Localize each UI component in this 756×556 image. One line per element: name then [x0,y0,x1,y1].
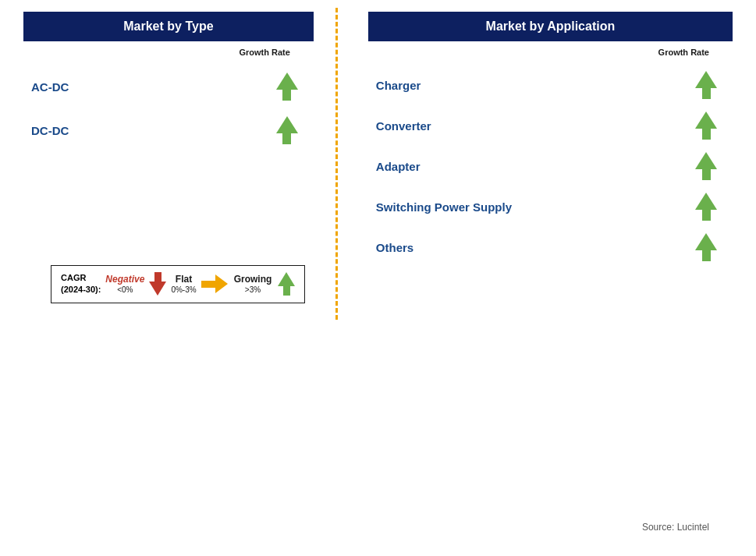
orange-right-arrow-icon [201,274,228,293]
arrow-head-icon [695,233,717,250]
legend-growing-group: Growing >3% [232,274,274,294]
converter-label: Converter [376,119,431,133]
table-row: Converter [368,105,733,146]
flat-label: Flat [176,274,192,285]
legend-flat-group: Flat 0%-3% [171,274,196,294]
table-row: Charger [368,65,733,105]
charger-growth-arrow [695,71,717,99]
growing-range: >3% [245,285,261,294]
dc-dc-label: DC-DC [31,124,69,137]
arrow-head-icon [695,193,717,210]
right-panel-title: Market by Application [368,12,733,41]
right-panel: Market by Application Growth Rate Charge… [360,12,740,316]
table-row: Adapter [368,146,733,186]
arrow-head-icon [276,73,298,90]
others-label: Others [376,241,413,254]
arrow-stem-green-small [283,286,290,296]
adapter-label: Adapter [376,160,421,173]
table-row: Switching Power Supply [368,186,733,227]
green-up-arrow-small-icon [278,272,295,296]
arrow-stem-icon [282,90,291,101]
vertical-divider [335,8,338,320]
arrow-stem-red [154,272,161,282]
adapter-growth-arrow [695,152,717,180]
ac-dc-growth-arrow [276,73,298,101]
cagr-years: (2024-30): [61,285,101,294]
dc-dc-growth-arrow [276,116,298,144]
source-text: Source: Lucintel [642,522,709,533]
arrow-head-icon [695,112,717,129]
arrow-stem-icon [702,250,711,261]
arrow-stem-orange [201,281,215,288]
left-growth-rate-label: Growth Rate [23,48,314,57]
table-row: Others [368,227,733,267]
table-row: DC-DC [23,108,314,152]
negative-range: <0% [117,285,133,294]
arrow-stem-icon [282,133,291,144]
arrow-head-red [149,282,166,296]
flat-range: 0%-3% [171,285,196,294]
arrow-stem-icon [702,129,711,140]
table-row: AC-DC [23,65,314,108]
legend-negative-group: Negative <0% [105,274,144,294]
growing-label: Growing [234,274,272,285]
switching-power-supply-label: Switching Power Supply [376,200,512,214]
arrow-head-icon [695,152,717,169]
others-growth-arrow [695,233,717,261]
legend-box: CAGR (2024-30): Negative <0% Flat 0%-3% … [51,265,305,303]
arrow-head-icon [276,116,298,133]
ac-dc-label: AC-DC [31,80,69,94]
converter-growth-arrow [695,112,717,140]
arrow-stem-icon [702,88,711,99]
right-growth-rate-label: Growth Rate [368,48,733,57]
left-panel-title: Market by Type [23,12,314,41]
cagr-text: CAGR [61,273,86,282]
arrow-head-green-small [278,272,295,286]
switching-ps-growth-arrow [695,193,717,221]
negative-label: Negative [105,274,144,285]
arrow-head-orange [215,274,228,293]
arrow-stem-icon [702,210,711,221]
arrow-stem-icon [702,169,711,180]
red-down-arrow-icon [149,272,166,296]
charger-label: Charger [376,79,421,92]
cagr-label: CAGR (2024-30): [61,272,101,296]
arrow-head-icon [695,71,717,88]
